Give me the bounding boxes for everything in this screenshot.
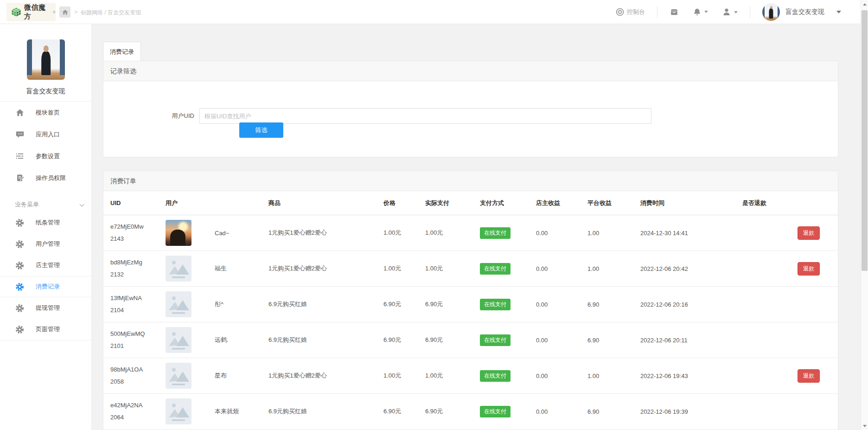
chevron-down-icon <box>704 11 708 13</box>
price-cell: 6.90元 <box>383 407 425 416</box>
uid-cell: 13fMjEwNA 2104 <box>110 292 166 316</box>
person-icon <box>722 7 731 17</box>
user-name-cell: 福生 <box>215 264 268 273</box>
home-icon <box>15 108 25 117</box>
product-cell: 6.9元购买红娘 <box>268 407 383 416</box>
breadcrumb: 创颜网络 / 盲盒交友变现 <box>81 9 141 17</box>
filter-card: 记录筛选 用户UID 筛选 <box>103 61 838 157</box>
user-avatar <box>166 398 191 424</box>
filter-form: 用户UID 筛选 <box>103 81 838 157</box>
paid-cell: 6.90元 <box>425 300 480 308</box>
online-payment-badge: 在线支付 <box>480 299 511 310</box>
user-avatar-cell <box>166 327 215 353</box>
breadcrumb-home-button[interactable] <box>59 6 70 18</box>
sidebar-item-parameters[interactable]: 参数设置 <box>0 145 91 167</box>
owner-income-cell: 0.00 <box>536 408 587 415</box>
sidebar-item-withdrawal-management[interactable]: 提现管理 <box>0 297 91 319</box>
column-uid: UID <box>110 199 166 206</box>
table-row: bd8MjEzMg 2132 福生 1元购买1爱心赠2爱心 1.00元 1.00… <box>103 251 838 287</box>
column-refund: 是否退款 <box>742 199 831 207</box>
user-avatar-cell <box>166 291 215 317</box>
refund-button[interactable]: 退款 <box>798 226 820 240</box>
online-payment-badge: 在线支付 <box>480 370 511 382</box>
time-cell: 2022-12-06 20:11 <box>640 337 742 344</box>
product-cell: 6.9元购买红娘 <box>268 300 383 308</box>
time-cell: 2022-12-06 19:39 <box>640 408 742 415</box>
scrollbar-thumb[interactable] <box>862 10 868 271</box>
gear-icon <box>15 239 25 249</box>
paid-cell: 6.90元 <box>425 336 480 344</box>
sidebar-item-shop-owner-management[interactable]: 店主管理 <box>0 255 91 276</box>
refund-button[interactable]: 退款 <box>798 369 820 383</box>
account-name[interactable]: 盲盒交友变现 <box>785 8 824 16</box>
app-logo[interactable]: 微信魔方 ® <box>6 3 56 21</box>
refund-button[interactable]: 退款 <box>798 262 820 276</box>
gear-icon <box>15 303 25 313</box>
uid-label: 用户UID <box>157 112 194 120</box>
sidebar-item-module-home[interactable]: 模块首页 <box>0 102 91 123</box>
user-avatar <box>166 220 191 246</box>
uid-search-input[interactable] <box>199 108 651 124</box>
user-dropdown[interactable] <box>722 7 738 17</box>
brand-name: 微信魔方 <box>24 3 52 21</box>
platform-income-cell: 6.90 <box>587 301 640 308</box>
owner-income-cell: 0.00 <box>536 230 587 237</box>
price-cell: 1.00元 <box>383 264 425 273</box>
tab-consumption-records[interactable]: 消费记录 <box>103 42 141 61</box>
table-row: e72MjE0Mw 2143 Cad~ 1元购买1爱心赠2爱心 1.00元 1.… <box>103 215 838 251</box>
column-actual-paid: 实际支付 <box>425 199 480 207</box>
uid-cell: e72MjE0Mw 2143 <box>110 221 166 245</box>
topbar-divider <box>657 6 657 18</box>
console-button[interactable]: 控制台 <box>616 8 645 17</box>
chat-bubble-icon <box>15 129 25 139</box>
price-cell: 1.00元 <box>383 229 425 237</box>
payment-method-cell: 在线支付 <box>480 227 536 239</box>
platform-income-cell: 1.00 <box>587 372 640 379</box>
filter-submit-button[interactable]: 筛选 <box>239 122 283 138</box>
registered-mark: ® <box>53 10 56 14</box>
account-avatar[interactable] <box>762 3 780 21</box>
console-label: 控制台 <box>627 8 645 16</box>
payment-method-cell: 在线支付 <box>480 370 536 382</box>
gear-icon <box>15 282 25 292</box>
sidebar-business-nav: 纸条管理 用户管理 店主管理 消费记录 提现管理 页面管理 <box>0 212 91 340</box>
column-price: 价格 <box>383 199 425 207</box>
platform-income-cell: 6.90 <box>587 408 640 415</box>
sidebar-item-operator-permissions[interactable]: 操作员权限 <box>0 167 91 189</box>
sidebar-item-user-management[interactable]: 用户管理 <box>0 233 91 255</box>
table-row: 500MjEwMQ 2101 远鹤. 6.9元购买红娘 6.90元 6.90元 … <box>103 322 838 358</box>
online-payment-badge: 在线支付 <box>480 334 511 346</box>
box-icon <box>670 7 679 17</box>
sidebar-item-page-management[interactable]: 页面管理 <box>0 319 91 340</box>
user-avatar-cell <box>166 256 215 282</box>
scrollbar-up-arrow[interactable] <box>861 0 868 8</box>
console-target-icon <box>616 8 624 17</box>
uid-cell: e42MjA2NA 2064 <box>110 399 166 424</box>
user-name-cell: Cad~ <box>215 230 268 237</box>
notifications-dropdown[interactable] <box>693 7 708 16</box>
user-name-cell: 星布 <box>215 372 268 380</box>
cube-logo-icon <box>11 6 22 18</box>
platform-income-cell: 1.00 <box>587 265 640 272</box>
user-avatar-cell <box>166 398 215 424</box>
storage-box-button[interactable] <box>670 7 679 17</box>
sidebar-item-notes-management[interactable]: 纸条管理 <box>0 212 91 233</box>
scrollbar-down-arrow[interactable] <box>861 422 868 430</box>
gear-icon <box>15 261 25 270</box>
main-content: 消费记录 记录筛选 用户UID 筛选 消费订单 UID 用户 商品 价格 实际支… <box>92 24 861 430</box>
time-cell: 2022-12-06 20:16 <box>640 301 742 308</box>
owner-income-cell: 0.00 <box>536 372 587 379</box>
price-cell: 1.00元 <box>383 372 425 380</box>
module-title: 盲盒交友变现 <box>0 87 91 96</box>
sidebar-section-business-menu[interactable]: 业务菜单 <box>0 197 91 212</box>
sidebar-item-app-entry[interactable]: 应用入口 <box>0 123 91 145</box>
column-payment-method: 支付方式 <box>480 199 536 207</box>
sidebar-item-consumption-records[interactable]: 消费记录 <box>0 276 91 297</box>
payment-method-cell: 在线支付 <box>480 406 536 417</box>
payment-method-cell: 在线支付 <box>480 334 536 346</box>
account-chevron-down-icon[interactable] <box>836 11 841 13</box>
uid-cell: 98bMjA1OA 2058 <box>110 364 166 388</box>
user-avatar-cell <box>166 363 215 389</box>
settings-list-icon <box>15 151 25 161</box>
sidebar: 盲盒交友变现 模块首页 应用入口 参数设置 操作员权限 业务菜单 <box>0 24 92 430</box>
